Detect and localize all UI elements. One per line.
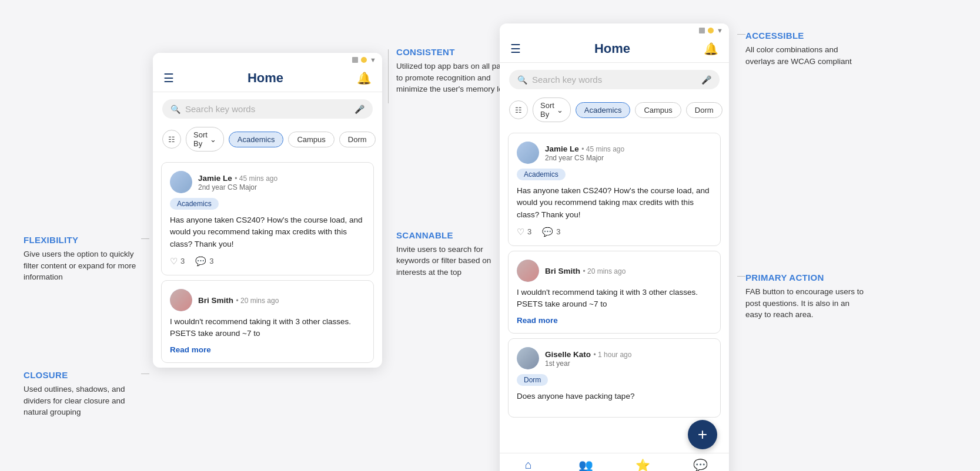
- post-card-2-2: Bri Smith • 20 mins ago I wouldn't recom…: [508, 251, 721, 334]
- likes-stat-1-1: ♡ 3: [170, 256, 185, 267]
- post-header-1-2: Bri Smith • 20 mins ago: [170, 289, 365, 311]
- primary-action-title: PRIMARY ACTION: [745, 272, 864, 282]
- bell-icon-1[interactable]: 🔔: [357, 71, 372, 85]
- post-time-1-1: • 45 mins ago: [235, 174, 277, 183]
- post-time-2-2: • 20 mins ago: [583, 267, 626, 275]
- post-time-2-3: • 1 hour ago: [593, 351, 631, 359]
- read-more-2[interactable]: Read more: [517, 316, 712, 325]
- post-author-row-2-2: Bri Smith • 20 mins ago: [545, 265, 626, 276]
- nav-home[interactable]: ⌂ Home: [500, 458, 557, 472]
- avatar-bri-2: [517, 260, 539, 282]
- avatar-img-1: [170, 171, 192, 193]
- avatar-img-jamie-2: [517, 142, 539, 164]
- avatar-bri-1: [170, 289, 192, 311]
- tag-academics-1[interactable]: Academics: [229, 132, 284, 147]
- accessible-text: All color combinations and overlays are …: [745, 44, 864, 67]
- hamburger-icon-2[interactable]: ☰: [510, 42, 521, 56]
- flexibility-annotation: FLEXIBILITY Give users the option to qui…: [24, 235, 141, 283]
- sort-chevron-1: ⌄: [210, 135, 216, 144]
- post-card-1-1: Jamie Le • 45 mins ago 2nd year CS Major…: [161, 162, 374, 275]
- nav-mentors[interactable]: ⭐ Mentors: [614, 458, 672, 472]
- layout-main: FLEXIBILITY Give users the option to qui…: [24, 18, 956, 453]
- post-tag-academics-1: Academics: [170, 198, 219, 210]
- post-meta-2-3: Giselle Kato • 1 hour ago 1st year: [545, 349, 631, 368]
- primary-action-text: FAB button to encourage users to post qu…: [745, 286, 864, 321]
- phone-chrome-bar-2: ▼: [500, 23, 729, 35]
- mic-icon-1[interactable]: 🎤: [354, 105, 364, 114]
- post-time-1-2: • 20 mins ago: [236, 297, 279, 305]
- sort-label-2: Sort By: [540, 101, 554, 119]
- tag-dorm-1[interactable]: Dorm: [339, 132, 376, 147]
- accessible-title: ACCESSIBLE: [745, 31, 864, 41]
- post-author-row-1-2: Bri Smith • 20 mins ago: [198, 295, 279, 305]
- post-subtitle-2-3: 1st year: [545, 359, 631, 368]
- heart-icon-2: ♡: [517, 227, 524, 237]
- post-subtitle-2-1: 2nd year CS Major: [545, 154, 624, 162]
- search-bar-2[interactable]: 🔍 Search key words 🎤: [509, 70, 720, 89]
- comment-icon-2: 💬: [542, 227, 553, 237]
- tag-academics-2[interactable]: Academics: [576, 102, 631, 118]
- comments-stat-1-1: 💬 3: [195, 256, 213, 267]
- likes-count-2-1: 3: [527, 227, 531, 236]
- sort-chevron-2: ⌄: [557, 106, 563, 115]
- post-header-2-1: Jamie Le • 45 mins ago 2nd year CS Major: [517, 142, 712, 164]
- comments-stat-2-1: 💬 3: [542, 227, 560, 237]
- phone-mock-2-wrapper: ▼ ☰ Home 🔔 🔍 Search key words 🎤: [500, 23, 729, 471]
- nav-chat[interactable]: 💬 Chat: [672, 458, 730, 472]
- post-author-row-2-1: Jamie Le • 45 mins ago: [545, 143, 624, 154]
- chrome-icons: ▼: [352, 56, 376, 63]
- search-bar-1[interactable]: 🔍 Search key words 🎤: [162, 99, 373, 119]
- sort-btn-2[interactable]: Sort By ⌄: [533, 97, 571, 122]
- tag-dorm-2[interactable]: Dorm: [686, 102, 723, 118]
- flexibility-title: FLEXIBILITY: [24, 235, 141, 245]
- avatar-img-bri-1: [170, 289, 192, 311]
- post-author-1-1: Jamie Le: [198, 174, 232, 183]
- post-author-row-1: Jamie Le • 45 mins ago: [198, 173, 277, 183]
- chrome-dot-sq-2: [699, 28, 705, 33]
- chrome-dot-y-2: [708, 28, 714, 33]
- closure-title: CLOSURE: [24, 370, 141, 380]
- app-header-2: ☰ Home 🔔: [500, 35, 729, 63]
- hamburger-icon-1[interactable]: ☰: [163, 71, 174, 85]
- tag-campus-2[interactable]: Campus: [635, 102, 681, 118]
- filter-row-2: ☷ Sort By ⌄ Academics Campus Dorm: [500, 95, 729, 128]
- post-author-2-3: Giselle Kato: [545, 350, 591, 359]
- mic-icon-2[interactable]: 🎤: [701, 75, 711, 85]
- post-body-2-1: Has anyone taken CS240? How's the course…: [517, 185, 712, 221]
- post-footer-1-1: ♡ 3 💬 3: [170, 256, 365, 267]
- nav-group[interactable]: 👥 Group: [557, 458, 615, 472]
- comments-count-2-1: 3: [556, 227, 560, 236]
- post-card-1-2: Bri Smith • 20 mins ago I wouldn't recom…: [161, 280, 374, 364]
- search-icon-2: 🔍: [517, 75, 527, 85]
- chrome-dot-y: [361, 57, 367, 63]
- post-body-1-2: I wouldn't recommend taking it with 3 ot…: [170, 316, 365, 340]
- filter-icon-btn-1[interactable]: ☷: [162, 130, 181, 149]
- filter-icon-btn-2[interactable]: ☷: [509, 100, 528, 119]
- post-subtitle-1-1: 2nd year CS Major: [198, 183, 277, 191]
- post-author-2-1: Jamie Le: [545, 144, 579, 153]
- phone-mock-2: ▼ ☰ Home 🔔 🔍 Search key words 🎤: [500, 23, 729, 471]
- sort-btn-1[interactable]: Sort By ⌄: [186, 127, 224, 152]
- tag-campus-1[interactable]: Campus: [288, 132, 334, 147]
- phone-chrome-bar: ▼: [153, 53, 382, 65]
- nav-home-icon: ⌂: [525, 458, 532, 472]
- read-more-1[interactable]: Read more: [170, 345, 365, 354]
- post-header-2-2: Bri Smith • 20 mins ago: [517, 260, 712, 282]
- post-card-2-3: Giselle Kato • 1 hour ago 1st year Dorm …: [508, 338, 721, 417]
- search-placeholder-2: Search key words: [532, 75, 697, 85]
- phone-mock-1: ▼ ☰ Home 🔔 🔍 Search key words 🎤: [153, 53, 382, 368]
- bell-icon-2[interactable]: 🔔: [704, 42, 718, 56]
- post-header-1-1: Jamie Le • 45 mins ago 2nd year CS Major: [170, 171, 365, 193]
- fab-button[interactable]: +: [688, 420, 717, 449]
- right-annotations: ACCESSIBLE All color combinations and ov…: [729, 18, 864, 321]
- post-author-row-2-3: Giselle Kato • 1 hour ago: [545, 349, 631, 359]
- avatar-img-giselle-2: [517, 347, 539, 369]
- app-header-1: ☰ Home 🔔: [153, 65, 382, 92]
- home-title-1: Home: [247, 70, 283, 86]
- comment-icon-1: 💬: [195, 256, 206, 267]
- phone-mock-1-wrapper: ▼ ☰ Home 🔔 🔍 Search key words 🎤: [153, 53, 382, 368]
- post-body-2-2: I wouldn't recommend taking it with 3 ot…: [517, 287, 712, 311]
- primary-action-annotation: PRIMARY ACTION FAB button to encourage u…: [745, 272, 864, 321]
- chrome-dot-sq: [352, 57, 358, 63]
- filter-row-1: ☷ Sort By ⌄ Academics Campus Dorm: [153, 125, 382, 157]
